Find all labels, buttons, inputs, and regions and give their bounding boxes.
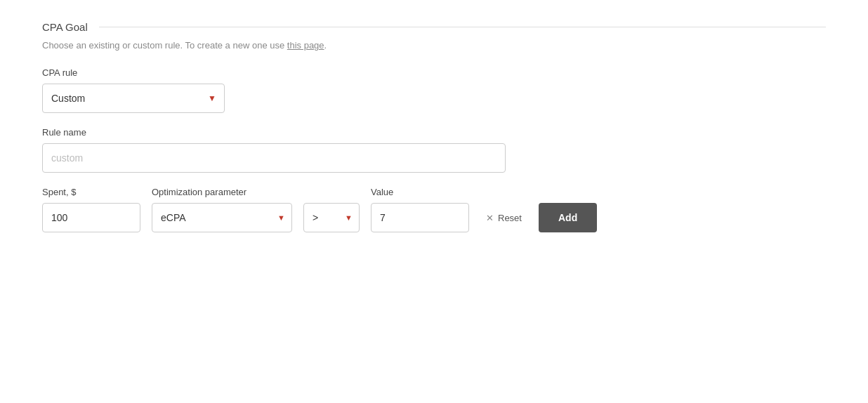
this-page-link[interactable]: this page: [287, 40, 324, 51]
ecpa-select-wrapper: eCPA eCPC eCPM ▼: [152, 203, 292, 232]
reset-label: Reset: [498, 213, 522, 223]
value-label: Value: [371, 187, 469, 197]
rule-name-input[interactable]: [42, 143, 506, 173]
operator-select[interactable]: > < >= <= =: [303, 203, 360, 232]
reset-x-icon: ✕: [486, 213, 494, 223]
rule-name-group: Rule name: [42, 127, 826, 173]
add-button[interactable]: Add: [539, 203, 597, 232]
cpa-rule-select-wrapper: Custom Rule 1 Rule 2 ▼: [42, 84, 225, 113]
operator-label: [303, 187, 360, 197]
section-description: Choose an existing or custom rule. To cr…: [42, 40, 826, 51]
value-group: Value: [371, 187, 469, 232]
cpa-rule-label: CPA rule: [42, 67, 826, 78]
page-container: CPA Goal Choose an existing or custom ru…: [0, 0, 868, 403]
operator-select-wrapper: > < >= <= = ▼: [303, 203, 360, 232]
section-title: CPA Goal: [42, 21, 88, 33]
reset-button[interactable]: ✕ Reset: [480, 203, 527, 232]
spent-group: Spent, $: [42, 187, 140, 232]
cpa-rule-group: CPA rule Custom Rule 1 Rule 2 ▼: [42, 67, 826, 113]
optimization-parameter-group: Optimization parameter eCPA eCPC eCPM ▼: [152, 187, 292, 232]
spent-label: Spent, $: [42, 187, 140, 197]
cpa-rule-select[interactable]: Custom Rule 1 Rule 2: [42, 84, 225, 113]
operator-group: > < >= <= = ▼: [303, 187, 360, 232]
section-header: CPA Goal: [42, 21, 826, 33]
value-input[interactable]: [371, 203, 469, 232]
optimization-parameter-label: Optimization parameter: [152, 187, 292, 197]
conditions-row: Spent, $ Optimization parameter eCPA eCP…: [42, 187, 826, 232]
spent-input[interactable]: [42, 203, 140, 232]
section-divider: [99, 27, 826, 27]
rule-name-label: Rule name: [42, 127, 826, 138]
optimization-parameter-select[interactable]: eCPA eCPC eCPM: [152, 203, 292, 232]
